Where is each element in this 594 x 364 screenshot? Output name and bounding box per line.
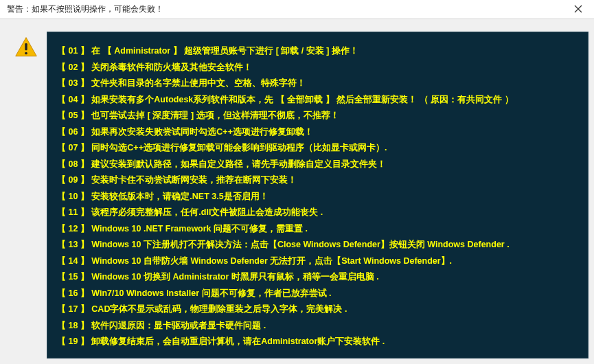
message-line: 【 05 】 也可尝试去掉 [ 深度清理 ] 选项，但这样清理不彻底，不推荐！ xyxy=(57,108,578,124)
message-text: 该程序必须完整解压，任何.dll文件被阻止会造成功能丧失 . xyxy=(91,207,323,217)
message-line: 【 08 】 建议安装到默认路径，如果自定义路径，请先手动删除自定义目录文件夹！ xyxy=(57,157,578,173)
icon-column xyxy=(5,32,47,359)
message-line: 【 15 】 Windows 10 切换到 Administrator 时黑屏只… xyxy=(57,269,578,286)
message-line: 【 14 】 Windows 10 自带防火墙 Windows Defender… xyxy=(57,253,578,270)
message-text: 如果安装有多个Autodesk系列软件和版本，先 【 全部卸载 】 然后全部重新… xyxy=(91,95,513,104)
message-number: 【 01 】 xyxy=(57,46,91,56)
message-number: 【 06 】 xyxy=(57,127,91,137)
message-number: 【 19 】 xyxy=(57,337,91,346)
message-number: 【 05 】 xyxy=(57,111,91,120)
message-text: 软件闪退原因：显卡驱动或者显卡硬件问题 . xyxy=(91,321,266,330)
titlebar: 警告：如果不按照说明操作，可能会失败！ xyxy=(0,0,594,19)
message-line: 【 16 】 Win7/10 Windows Installer 问题不可修复，… xyxy=(57,286,578,302)
message-number: 【 04 】 xyxy=(57,95,91,104)
warning-triangle-icon xyxy=(14,36,38,359)
message-number: 【 16 】 xyxy=(57,288,91,298)
dialog-body: 【 01 】 在 【 Administrator 】 超级管理员账号下进行 [ … xyxy=(0,19,594,364)
message-number: 【 18 】 xyxy=(57,321,91,330)
message-number: 【 10 】 xyxy=(57,192,91,201)
message-number: 【 15 】 xyxy=(57,272,91,282)
message-number: 【 03 】 xyxy=(57,78,91,88)
message-number: 【 11 】 xyxy=(57,207,91,217)
message-line: 【 12 】 Windows 10 .NET Framework 问题不可修复，… xyxy=(57,221,578,238)
message-text: 也可尝试去掉 [ 深度清理 ] 选项，但这样清理不彻底，不推荐！ xyxy=(91,111,339,120)
message-line: 【 10 】 安装较低版本时，请确定.NET 3.5是否启用！ xyxy=(57,189,578,205)
message-line: 【 01 】 在 【 Administrator 】 超级管理员账号下进行 [ … xyxy=(57,43,578,60)
message-number: 【 14 】 xyxy=(57,256,91,266)
message-text: 关闭杀毒软件和防火墙及其他安全软件！ xyxy=(91,62,252,72)
message-line: 【 07 】 同时勾选C++选项进行修复卸载可能会影响到驱动程序（比如显卡或网卡… xyxy=(57,140,578,157)
message-number: 【 07 】 xyxy=(57,143,91,152)
svg-point-3 xyxy=(25,52,27,55)
message-line: 【 09 】 安装时卡住不动尝试断网安装，推荐在断网下安装！ xyxy=(57,172,578,189)
message-text: 卸载修复结束后，会自动重启计算机，请在Administrator账户下安装软件 … xyxy=(91,337,385,346)
close-button[interactable] xyxy=(568,2,589,17)
message-text: 建议安装到默认路径，如果自定义路径，请先手动删除自定义目录文件夹！ xyxy=(91,159,386,169)
message-line: 【 02 】 关闭杀毒软件和防火墙及其他安全软件！ xyxy=(57,60,578,76)
message-text: Windows 10 下注册机打不开解决方法：点击【Close Windows … xyxy=(91,240,509,249)
message-text: Win7/10 Windows Installer 问题不可修复，作者已放弃尝试… xyxy=(91,288,331,298)
message-number: 【 17 】 xyxy=(57,304,91,314)
message-text: CAD字体不显示或乱码，物理删除重装之后导入字体，完美解决 . xyxy=(91,304,347,314)
message-text: 同时勾选C++选项进行修复卸载可能会影响到驱动程序（比如显卡或网卡）. xyxy=(91,143,387,152)
message-line: 【 06 】 如果再次安装失败尝试同时勾选C++选项进行修复卸载！ xyxy=(57,124,578,141)
svg-rect-2 xyxy=(25,43,27,50)
message-panel: 【 01 】 在 【 Administrator 】 超级管理员账号下进行 [ … xyxy=(47,32,589,359)
message-number: 【 13 】 xyxy=(57,240,91,249)
message-text: Windows 10 .NET Framework 问题不可修复，需重置 . xyxy=(91,224,308,234)
message-line: 【 11 】 该程序必须完整解压，任何.dll文件被阻止会造成功能丧失 . xyxy=(57,205,578,221)
titlebar-text: 警告：如果不按照说明操作，可能会失败！ xyxy=(7,3,163,15)
message-line: 【 18 】 软件闪退原因：显卡驱动或者显卡硬件问题 . xyxy=(57,318,578,334)
message-line: 【 04 】 如果安装有多个Autodesk系列软件和版本，先 【 全部卸载 】… xyxy=(57,92,578,109)
message-text: 安装较低版本时，请确定.NET 3.5是否启用！ xyxy=(91,192,268,201)
message-line: 【 19 】 卸载修复结束后，会自动重启计算机，请在Administrator账… xyxy=(57,334,578,350)
message-text: Windows 10 切换到 Administrator 时黑屏只有鼠标，稍等一… xyxy=(91,272,378,282)
message-line: 【 03 】 文件夹和目录的名字禁止使用中文、空格、特殊字符！ xyxy=(57,76,578,92)
message-number: 【 09 】 xyxy=(57,175,91,185)
message-line: 【 13 】 Windows 10 下注册机打不开解决方法：点击【Close W… xyxy=(57,237,578,253)
message-number: 【 12 】 xyxy=(57,224,91,234)
message-number: 【 08 】 xyxy=(57,159,91,169)
message-line: 【 17 】 CAD字体不显示或乱码，物理删除重装之后导入字体，完美解决 . xyxy=(57,302,578,318)
message-text: 文件夹和目录的名字禁止使用中文、空格、特殊字符！ xyxy=(91,78,306,88)
message-text: 安装时卡住不动尝试断网安装，推荐在断网下安装！ xyxy=(91,175,297,185)
close-icon xyxy=(574,3,582,16)
message-text: 在 【 Administrator 】 超级管理员账号下进行 [ 卸载 / 安装… xyxy=(91,46,358,56)
message-text: Windows 10 自带防火墙 Windows Defender 无法打开，点… xyxy=(91,256,452,266)
message-text: 如果再次安装失败尝试同时勾选C++选项进行修复卸载！ xyxy=(91,127,313,137)
message-number: 【 02 】 xyxy=(57,62,91,72)
